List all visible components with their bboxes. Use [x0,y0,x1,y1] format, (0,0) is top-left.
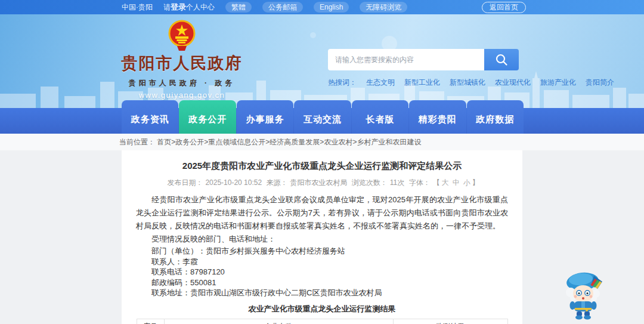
col-header-company: 企业名称 [164,319,393,324]
top-utility-bar: 中国·贵阳 请登录个人中心 繁體 公务邮箱 English 无障碍浏览 返回首页 [0,0,644,14]
bracket-close: 】 [472,178,479,187]
back-home-button[interactable]: 返回首页 [482,2,526,13]
hot-word-5[interactable]: 旅游产业化 [540,78,576,88]
font-size-medium-button[interactable]: 中 [453,178,460,187]
nav-tab-hudong-jiaoliu[interactable]: 互动交流 [294,100,351,134]
login-strong: 登录 [171,2,186,11]
hot-word-6[interactable]: 贵阳简介 [586,78,614,88]
contact-address-line: 联系地址：贵阳市观山湖区市级行政中心二期C区贵阳市农业农村局 [136,288,508,298]
col-header-index: 序号 [137,319,164,324]
article-card: 2025年度贵阳市农业产业化市级重点龙头企业运行监测和评定结果公示 发布日期：2… [122,150,522,324]
result-table-caption: 农业产业化市级重点龙头企业运行监测结果 [136,304,508,314]
source-value: 贵阳市农业农村局 [290,178,347,187]
search-icon [495,53,508,66]
monitoring-result-table: 序号 企业名称 监测结果 1 贵州合力超市采购有限公司 合格 2 贵州友禾种业有… [137,319,508,324]
font-size-label: 字体： [409,178,431,187]
hot-word-4[interactable]: 农业现代化 [495,78,531,88]
contact-person-line: 联系人：李霞 [136,257,508,267]
login-pre: 请 [163,3,171,11]
official-mail-link[interactable]: 公务邮箱 [262,2,303,13]
font-size-large-button[interactable]: 大 [442,178,449,187]
publish-date: 2025-10-20 10:52 [205,178,262,187]
hot-word-2[interactable]: 新型工业化 [404,78,440,88]
hot-search-label: 热搜词： [328,78,357,88]
col-header-result: 监测结果 [393,319,507,324]
site-tagline: 贵阳市人民政府 · 政务 [129,78,236,88]
nav-tab-zhengwu-zixun[interactable]: 政务资讯 [122,100,178,134]
nav-tab-zhengwu-gongkai[interactable]: 政务公开 [179,100,236,134]
site-logo-block[interactable]: 贵阳市人民政府 贵阳市人民政府 · 政务 www.guiyang.gov.cn [119,19,244,100]
login-post: 个人中心 [186,3,215,11]
breadcrumb-bar: 当前位置： 首页>政务公开>重点领域信息公开>经济高质量发展>农业农村>乡村产业… [0,134,644,150]
breadcrumb-path[interactable]: 首页>政务公开>重点领域信息公开>经济高质量发展>农业农村>乡村产业和农田建设 [157,138,421,146]
site-url: www.guiyang.gov.cn [139,91,225,100]
breadcrumb-label: 当前位置： [119,138,155,146]
publish-date-label: 发布日期： [167,178,203,187]
postal-code-line: 邮政编码：550081 [136,277,508,288]
contact-phone-line: 联系电话：87987120 [136,267,508,277]
traditional-chinese-link[interactable]: 繁體 [225,2,252,13]
main-content-area: 2025年度贵阳市农业产业化市级重点龙头企业运行监测和评定结果公示 发布日期：2… [0,150,644,324]
mascot-assistant[interactable] [563,269,606,320]
accessibility-link[interactable]: 无障碍浏览 [360,2,407,13]
article-paragraph: 受理情况反映的部门、电话和地址： [136,233,508,246]
views-label: 浏览次数： [352,178,388,187]
source-label: 来源： [266,178,287,187]
nav-tab-banshi-fuwu[interactable]: 办事服务 [237,100,293,134]
article-paragraph: 经贵阳市农业产业化市级重点龙头企业联席会议成员单位审定，现对2025年开展的农业… [136,193,508,233]
bracket-open: 【 [433,178,440,187]
site-name: 贵阳市人民政府 [122,53,243,74]
table-header-row: 序号 企业名称 监测结果 [137,319,507,324]
english-link[interactable]: English [314,2,349,13]
search-input[interactable] [328,49,484,70]
banner-sparkle [310,32,316,38]
nav-tab-jingcai-guiyang[interactable]: 精彩贵阳 [409,100,466,134]
breadcrumb: 当前位置： 首页>政务公开>重点领域信息公开>经济高质量发展>农业农村>乡村产业… [119,137,421,147]
nav-tab-zhangzheban[interactable]: 长者版 [352,100,408,134]
region-link[interactable]: 中国·贵阳 [122,0,153,14]
article-meta: 发布日期：2025-10-20 10:52 来源：贵阳市农业农村局 浏览次数：1… [136,178,508,188]
search-button[interactable] [484,49,519,70]
hot-word-3[interactable]: 新型城镇化 [450,78,485,88]
national-emblem-icon [167,19,197,51]
views-value: 11次 [390,178,404,187]
nav-tab-zhengfu-shuju[interactable]: 政府数据 [467,100,524,134]
font-size-small-button[interactable]: 小 [463,178,470,187]
login-link[interactable]: 请登录个人中心 [163,0,215,14]
site-banner: 贵阳市人民政府 贵阳市人民政府 · 政务 www.guiyang.gov.cn … [0,14,644,108]
hot-search-row: 热搜词： 生态文明 新型工业化 新型城镇化 农业现代化 旅游产业化 贵阳简介 [328,78,614,88]
hot-word-1[interactable]: 生态文明 [366,78,395,88]
search-area: 热搜词： 生态文明 新型工业化 新型城镇化 农业现代化 旅游产业化 贵阳简介 [328,49,614,88]
contact-department-line: 部门（单位）：贵阳市乡村振兴服务中心农村经济服务站 [136,246,508,257]
main-navbar: 政务资讯 政务公开 办事服务 互动交流 长者版 精彩贵阳 政府数据 [0,108,644,134]
article-title: 2025年度贵阳市农业产业化市级重点龙头企业运行监测和评定结果公示 [136,161,508,172]
